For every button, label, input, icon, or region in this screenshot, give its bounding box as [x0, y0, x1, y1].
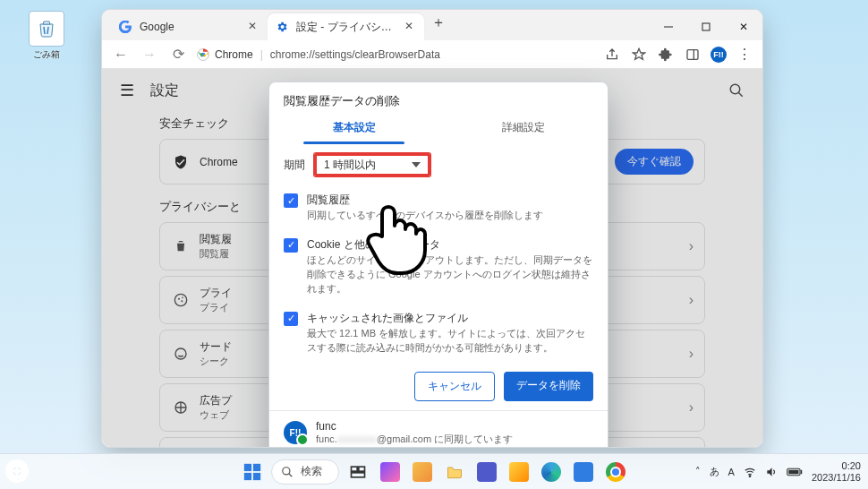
- tab-settings[interactable]: 設定 - プライバシーとセキュリティ ✕: [268, 13, 424, 40]
- svg-rect-0: [702, 23, 710, 30]
- chrome-logo-icon: [197, 48, 209, 61]
- svg-rect-12: [253, 463, 260, 470]
- tab-basic[interactable]: 基本設定: [269, 109, 438, 144]
- svg-rect-13: [244, 472, 251, 479]
- window-close-button[interactable]: ✕: [725, 13, 762, 40]
- svg-rect-11: [244, 463, 251, 470]
- google-favicon: [118, 20, 132, 34]
- row-title: セキュ: [200, 447, 232, 448]
- account-avatar: F!!: [284, 421, 307, 444]
- gear-icon: [275, 20, 289, 34]
- address-bar: ← → ⟳ Chrome | chrome://settings/clearBr…: [102, 40, 762, 69]
- taskbar-edge[interactable]: [538, 459, 565, 485]
- svg-rect-16: [352, 467, 358, 471]
- checkbox[interactable]: [284, 312, 298, 326]
- clock-time: 0:20: [812, 460, 861, 471]
- dialog-option-row: Cookie と他のサイトデータほとんどのサイトからログアウトします。ただし、同…: [269, 230, 608, 304]
- taskbar-search[interactable]: 検索: [271, 459, 339, 485]
- option-desc: 同期しているすべてのデバイスから履歴を削除します: [307, 209, 543, 223]
- star-icon[interactable]: [630, 46, 648, 64]
- taskbar-app-2[interactable]: [409, 459, 436, 485]
- option-title: キャッシュされた画像とファイル: [307, 311, 593, 326]
- account-name: func: [316, 420, 513, 433]
- chrome-window: Google ✕ 設定 - プライバシーとセキュリティ ✕ ＋ ✕ ← → ⟳: [101, 9, 763, 448]
- tray-chevron-icon[interactable]: ˄: [695, 466, 701, 477]
- chevron-down-icon: [412, 162, 421, 167]
- taskbar: 検索 ˄ あ A 0:20 2023/11/16: [0, 453, 868, 489]
- browser-titlebar: Google ✕ 設定 - プライバシーとセキュリティ ✕ ＋ ✕: [102, 10, 762, 40]
- time-range-label: 期間: [284, 158, 305, 173]
- menu-icon[interactable]: ⋮: [736, 46, 753, 64]
- svg-rect-17: [359, 467, 365, 471]
- desktop-recycle-bin[interactable]: ごみ箱: [20, 11, 73, 61]
- svg-rect-21: [788, 469, 798, 474]
- nav-back-button[interactable]: ←: [111, 45, 131, 64]
- svg-point-19: [749, 475, 751, 476]
- cancel-button[interactable]: キャンセル: [414, 372, 495, 401]
- svg-rect-3: [687, 49, 698, 59]
- account-email: func.@gmail.com に同期しています: [316, 433, 513, 446]
- address-text: chrome://settings/clearBrowserData: [270, 48, 440, 61]
- taskbar-app-3[interactable]: [506, 459, 532, 485]
- time-range-select[interactable]: 1 時間以内: [314, 153, 430, 176]
- taskbar-chrome[interactable]: [602, 459, 629, 485]
- tab-label: 設定 - プライバシーとセキュリティ: [296, 20, 395, 35]
- taskbar-teams[interactable]: [473, 459, 500, 485]
- time-range-value: 1 時間以内: [324, 158, 376, 173]
- window-minimize-button[interactable]: [650, 13, 687, 40]
- recycle-bin-label: ごみ箱: [20, 48, 73, 61]
- dialog-option-row: キャッシュされた画像とファイル最大で 12.1 MB を解放します。サイトによっ…: [269, 304, 608, 363]
- option-desc: 最大で 12.1 MB を解放します。サイトによっては、次回アクセスする際に読み…: [307, 327, 593, 356]
- clear-data-button[interactable]: データを削除: [504, 372, 593, 401]
- recycle-bin-icon: [29, 11, 64, 47]
- address-prefix: Chrome: [215, 48, 253, 61]
- dialog-title: 閲覧履歴データの削除: [269, 82, 608, 109]
- address-field[interactable]: Chrome | chrome://settings/clearBrowserD…: [197, 48, 594, 61]
- widgets-button[interactable]: [5, 459, 29, 483]
- taskbar-store[interactable]: [570, 459, 597, 485]
- tab-label: Google: [140, 21, 174, 33]
- svg-rect-22: [801, 469, 803, 474]
- wifi-icon[interactable]: [744, 466, 756, 478]
- profile-avatar[interactable]: F!!: [711, 47, 727, 63]
- svg-rect-14: [253, 472, 260, 479]
- window-maximize-button[interactable]: [687, 13, 725, 40]
- option-title: Cookie と他のサイトデータ: [307, 237, 593, 253]
- checkbox[interactable]: [284, 193, 298, 208]
- extensions-icon[interactable]: [657, 46, 675, 64]
- sidepanel-icon[interactable]: [684, 46, 702, 64]
- checkbox[interactable]: [284, 238, 298, 253]
- taskbar-explorer[interactable]: [441, 459, 468, 485]
- taskbar-app-1[interactable]: [377, 459, 404, 485]
- volume-icon[interactable]: [765, 466, 778, 478]
- separator: |: [260, 48, 263, 61]
- tab-close-icon[interactable]: ✕: [246, 21, 259, 33]
- svg-point-15: [283, 467, 290, 474]
- lang-indicator[interactable]: A: [728, 467, 735, 477]
- option-title: 閲覧履歴: [307, 193, 543, 208]
- tab-close-icon[interactable]: ✕: [403, 21, 415, 33]
- nav-forward-button: →: [140, 45, 159, 64]
- svg-rect-18: [352, 472, 365, 476]
- start-button[interactable]: [239, 459, 266, 485]
- tab-google[interactable]: Google ✕: [111, 13, 268, 40]
- share-icon[interactable]: [603, 46, 621, 64]
- new-tab-button[interactable]: ＋: [430, 13, 447, 31]
- option-desc: ほとんどのサイトからログアウトします。ただし、同期データを削除できるように Go…: [307, 253, 593, 296]
- clear-browsing-data-dialog: 閲覧履歴データの削除 基本設定 詳細設定 期間 1 時間以内 閲覧履歴同期してい…: [268, 82, 608, 448]
- ime-indicator[interactable]: あ: [710, 465, 719, 478]
- taskbar-search-placeholder: 検索: [301, 464, 322, 479]
- task-view-button[interactable]: [345, 459, 371, 485]
- account-info: F!! func func.@gmail.com に同期しています: [284, 420, 593, 446]
- tab-advanced[interactable]: 詳細設定: [438, 109, 608, 144]
- dialog-option-row: 閲覧履歴同期しているすべてのデバイスから履歴を削除します: [269, 185, 608, 230]
- clock-date: 2023/11/16: [812, 472, 861, 483]
- taskbar-clock[interactable]: 0:20 2023/11/16: [812, 460, 861, 482]
- battery-icon[interactable]: [787, 467, 803, 477]
- nav-reload-button[interactable]: ⟳: [168, 45, 188, 64]
